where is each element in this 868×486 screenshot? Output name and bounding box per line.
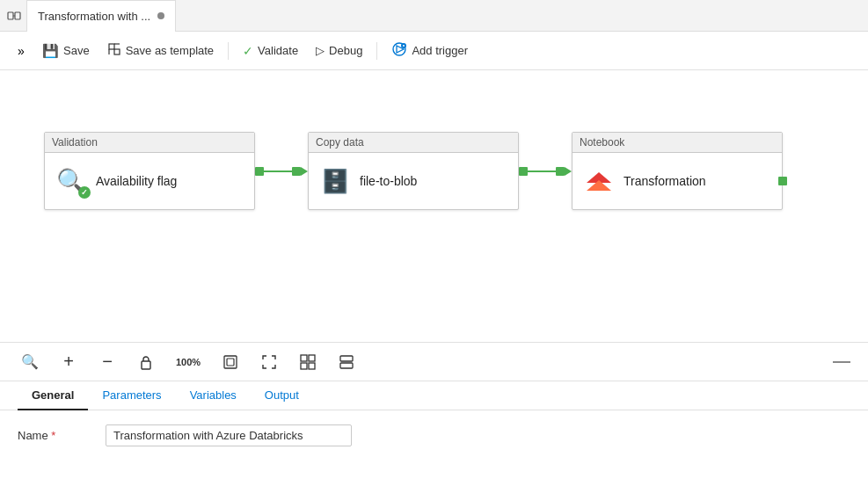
collapse-toggle[interactable]: » bbox=[11, 40, 32, 62]
arrow-dot-right-1 bbox=[292, 167, 301, 176]
node-validation-header: Validation bbox=[45, 133, 254, 153]
properties-tab-strip: General Parameters Variables Output bbox=[0, 381, 868, 410]
name-field-label: Name * bbox=[18, 429, 88, 442]
pipeline-tab-icon bbox=[7, 9, 21, 23]
arrow-dot-right-2 bbox=[556, 167, 565, 176]
fullscreen-button[interactable] bbox=[257, 350, 281, 374]
name-field-row: Name * bbox=[18, 424, 850, 446]
zoom-in-button[interactable]: + bbox=[56, 350, 81, 374]
tab-title: Transformation with ... bbox=[38, 10, 150, 23]
arrow-2 bbox=[519, 167, 572, 176]
properties-content: Name * bbox=[0, 410, 868, 461]
svg-rect-1 bbox=[15, 12, 20, 19]
pipeline-tab[interactable]: Transformation with ... bbox=[26, 0, 176, 32]
node-copy-label: file-to-blob bbox=[360, 174, 417, 188]
save-template-icon bbox=[107, 42, 121, 59]
node-notebook[interactable]: Notebook Transformation bbox=[572, 132, 783, 210]
properties-panel: General Parameters Variables Output Name… bbox=[0, 381, 868, 461]
node-validation[interactable]: Validation 🔍 ✓ Availability flag bbox=[44, 132, 255, 210]
node-copy-header: Copy data bbox=[309, 133, 518, 153]
save-button[interactable]: 💾 Save bbox=[35, 40, 97, 62]
svg-rect-12 bbox=[224, 356, 237, 368]
node-validation-wrapper: Validation 🔍 ✓ Availability flag bbox=[44, 132, 255, 210]
add-trigger-button[interactable]: Add trigger bbox=[384, 38, 475, 63]
tab-parameters[interactable]: Parameters bbox=[88, 381, 175, 410]
svg-rect-13 bbox=[227, 359, 234, 366]
auto-layout-button[interactable] bbox=[295, 350, 320, 374]
node-notebook-header: Notebook bbox=[573, 133, 782, 153]
node-copy-body: 🗄️ file-to-blob bbox=[309, 153, 518, 209]
node-notebook-body: Transformation bbox=[573, 153, 782, 209]
arrow-head-2 bbox=[565, 167, 572, 176]
trigger-icon bbox=[391, 41, 407, 60]
node-copy-wrapper: Copy data 🗄️ file-to-blob bbox=[308, 132, 519, 210]
debug-button[interactable]: ▷ Debug bbox=[309, 40, 369, 61]
svg-rect-15 bbox=[309, 355, 315, 361]
databricks-mid-triangle bbox=[587, 180, 611, 191]
name-input[interactable] bbox=[106, 424, 352, 446]
required-star: * bbox=[51, 429, 55, 442]
node-notebook-output-stub bbox=[778, 177, 787, 185]
arrow-line-2 bbox=[528, 170, 556, 172]
canvas-bottom-toolbar: 🔍 + − 100% bbox=[0, 343, 868, 381]
node-copy[interactable]: Copy data 🗄️ file-to-blob bbox=[308, 132, 519, 210]
fit-page-button[interactable] bbox=[218, 350, 243, 374]
toolbar-divider-1 bbox=[228, 42, 229, 60]
svg-rect-16 bbox=[301, 363, 307, 369]
svg-rect-14 bbox=[301, 355, 307, 361]
validate-icon: ✓ bbox=[243, 44, 253, 58]
zoom-out-button[interactable]: − bbox=[95, 350, 120, 374]
svg-rect-11 bbox=[142, 361, 150, 369]
svg-rect-19 bbox=[340, 363, 353, 368]
tab-modified-dot bbox=[157, 12, 164, 19]
node-validation-body: 🔍 ✓ Availability flag bbox=[45, 153, 254, 209]
svg-rect-17 bbox=[309, 363, 315, 369]
svg-rect-3 bbox=[109, 44, 114, 49]
svg-rect-4 bbox=[114, 49, 120, 54]
debug-icon: ▷ bbox=[316, 44, 325, 57]
validation-icon: 🔍 ✓ bbox=[55, 165, 87, 197]
layers-button[interactable] bbox=[334, 350, 359, 374]
pipeline-canvas[interactable]: Validation 🔍 ✓ Availability flag bbox=[0, 70, 868, 343]
save-as-template-button[interactable]: Save as template bbox=[100, 39, 221, 62]
databricks-icon bbox=[583, 165, 615, 197]
svg-rect-18 bbox=[340, 356, 353, 361]
validate-button[interactable]: ✓ Validate bbox=[236, 40, 305, 62]
search-tool-button[interactable]: 🔍 bbox=[18, 350, 42, 374]
node-validation-label: Availability flag bbox=[96, 174, 177, 188]
tab-variables[interactable]: Variables bbox=[176, 381, 251, 410]
check-badge: ✓ bbox=[78, 186, 91, 199]
main-toolbar: » 💾 Save Save as template ✓ Validate ▷ D… bbox=[0, 32, 868, 70]
tab-general[interactable]: General bbox=[18, 381, 88, 410]
tab-bar: Transformation with ... bbox=[0, 0, 868, 32]
minimize-handle[interactable] bbox=[833, 361, 850, 363]
arrow-1 bbox=[255, 167, 308, 176]
tab-output[interactable]: Output bbox=[251, 381, 313, 410]
zoom-100-button[interactable]: 100% bbox=[172, 350, 204, 374]
pipeline-nodes: Validation 🔍 ✓ Availability flag bbox=[44, 132, 783, 210]
arrow-head-1 bbox=[301, 167, 308, 176]
lock-button[interactable] bbox=[134, 350, 158, 374]
node-notebook-wrapper: Notebook Transformation bbox=[572, 132, 783, 210]
arrow-dot-left-1 bbox=[255, 167, 264, 176]
save-icon: 💾 bbox=[42, 43, 59, 59]
arrow-line-1 bbox=[264, 170, 292, 172]
copy-data-icon: 🗄️ bbox=[319, 165, 351, 197]
node-notebook-label: Transformation bbox=[624, 174, 706, 188]
arrow-dot-left-2 bbox=[519, 167, 528, 176]
toolbar-divider-2 bbox=[376, 42, 377, 60]
svg-rect-0 bbox=[8, 12, 13, 19]
